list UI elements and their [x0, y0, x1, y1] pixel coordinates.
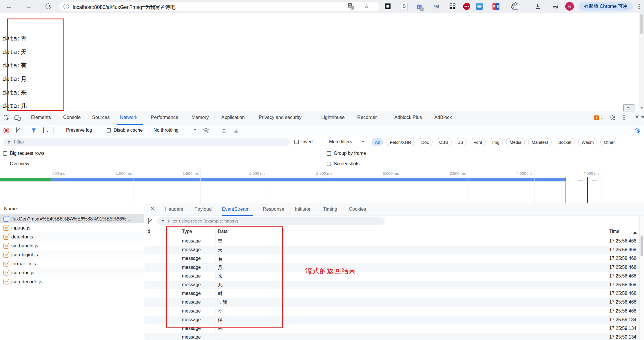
detail-tab-cookies[interactable]: Cookies — [349, 206, 366, 212]
eventstream-row[interactable]: message几17:25:58.468 — [144, 281, 644, 289]
throttling-select[interactable]: No throttling — [154, 128, 178, 133]
screenshots-checkbox[interactable] — [327, 162, 331, 166]
extensions-puzzle-icon[interactable] — [511, 2, 519, 10]
clear-network-log-icon[interactable] — [16, 128, 17, 133]
devtools-settings-gear-icon[interactable] — [610, 115, 615, 120]
eventstream-row[interactable]: message停17:25:59.134 — [144, 316, 644, 324]
type-column-header[interactable]: Type — [182, 226, 192, 237]
detail-tab-response[interactable]: Response — [263, 206, 284, 212]
more-filters-caret-icon[interactable] — [362, 141, 364, 144]
detail-tab-eventstream[interactable]: EventStream — [222, 206, 249, 212]
s-extension-icon[interactable]: S — [400, 2, 408, 10]
eventstream-regex-filter-input[interactable]: Filter using regex (example: https?) — [157, 217, 385, 225]
detail-scrollbar-thumb[interactable] — [641, 236, 643, 256]
md-extension-icon[interactable]: md — [432, 2, 440, 10]
avatar[interactable]: 灰 — [565, 2, 574, 11]
black-square-extension-icon[interactable] — [384, 2, 392, 10]
fe-extension-icon[interactable]: F E — [492, 2, 500, 10]
big-request-rows-checkbox[interactable] — [3, 151, 7, 156]
record-network-log-icon[interactable] — [3, 128, 9, 133]
scroll-down-arrow-icon[interactable] — [640, 107, 643, 110]
request-row[interactable]: fluxGen?msg=%E4%B8%BA%E6%88%91%E5%86%... — [0, 214, 144, 223]
eventstream-row[interactable]: message一17:25:59.134 — [144, 333, 644, 340]
network-conditions-icon[interactable] — [203, 127, 210, 135]
qr-extension-icon[interactable] — [448, 2, 457, 10]
page-scrollbar-thumb[interactable] — [640, 14, 643, 34]
browser-menu-kebab-icon[interactable] — [635, 2, 643, 10]
devtools-tab-performance[interactable]: Performance — [151, 115, 178, 120]
export-har-icon[interactable] — [233, 127, 239, 135]
chip-socket[interactable]: Socket — [555, 138, 575, 146]
data-column-header[interactable]: Data — [218, 226, 228, 237]
detail-scrollbar[interactable] — [639, 216, 644, 340]
eventstream-row[interactable]: message今17:25:58.468 — [144, 307, 644, 316]
page-scrollbar[interactable] — [639, 13, 644, 111]
network-overview-timeline[interactable]: 500 ms1,000 ms1,500 ms2,000 ms2,500 ms3,… — [0, 169, 644, 204]
chip-manifest[interactable]: Manifest — [528, 138, 552, 146]
id-column-header[interactable]: Id — [146, 226, 150, 237]
devtools-tab-application[interactable]: Application — [221, 115, 245, 120]
request-row[interactable]: <>json-decode.js — [0, 277, 144, 286]
devtools-tab-adblock[interactable]: AdBlock — [434, 115, 452, 120]
more-filters-button[interactable]: More filters — [329, 139, 352, 144]
eventstream-row[interactable]: message有17:25:58.468 — [144, 254, 644, 263]
inspect-element-icon[interactable] — [3, 114, 10, 122]
forward-icon[interactable]: → — [24, 2, 33, 11]
back-icon[interactable]: ← — [5, 2, 13, 11]
close-detail-icon[interactable]: × — [151, 205, 155, 212]
google-translate-extension-icon[interactable]: GA — [416, 2, 424, 10]
network-settings-gear-icon[interactable] — [634, 128, 640, 133]
eventstream-row[interactable]: message青17:25:58.468 — [144, 237, 644, 246]
devtools-tab-memory[interactable]: Memory — [191, 115, 209, 120]
throttling-caret-icon[interactable] — [194, 129, 196, 132]
detail-tab-payload[interactable]: Payload — [194, 206, 212, 212]
chip-media[interactable]: Media — [506, 138, 525, 146]
devtools-tab-sources[interactable]: Sources — [92, 115, 110, 120]
name-column-header[interactable]: Name — [0, 203, 144, 214]
card-extension-icon[interactable] — [475, 2, 484, 10]
chip-other[interactable]: Other — [600, 138, 618, 146]
clear-eventstream-icon[interactable] — [148, 218, 149, 224]
eventstream-row[interactable]: message，我17:25:58.468 — [144, 298, 644, 307]
bookmark-star-icon[interactable]: ☆ — [364, 3, 369, 10]
request-row[interactable]: <>format-lib.js — [0, 259, 144, 268]
devtools-menu-kebab-icon[interactable] — [623, 115, 625, 120]
downloads-icon[interactable] — [534, 2, 542, 10]
eventstream-row[interactable]: message杯17:25:59.134 — [144, 324, 644, 333]
request-row[interactable]: <>sm.bundle.js — [0, 241, 144, 250]
chip-js[interactable]: JS — [455, 138, 467, 146]
eventstream-row[interactable]: message时17:25:58.468 — [144, 289, 644, 298]
invert-checkbox[interactable] — [294, 140, 299, 144]
request-row[interactable]: <>detector.js — [0, 232, 144, 241]
group-by-frame-checkbox[interactable] — [327, 151, 331, 156]
chip-all[interactable]: All — [371, 138, 383, 146]
filter-funnel-icon[interactable] — [31, 128, 37, 134]
filter-input[interactable]: Filter — [3, 138, 290, 146]
chip-fetch-xhr[interactable]: Fetch/XHR — [386, 138, 415, 146]
devtools-tab-privacy-and-security[interactable]: Privacy and security — [259, 115, 302, 120]
request-row[interactable]: <>json-abc.js — [0, 268, 144, 277]
devtools-close-icon[interactable]: × — [635, 113, 639, 120]
adblock-plus-icon[interactable]: ABP — [463, 2, 471, 10]
detail-tab-initiator[interactable]: Initiator — [295, 206, 311, 212]
reload-icon[interactable] — [44, 2, 53, 11]
eventstream-row[interactable]: message来17:25:58.468 — [144, 272, 644, 281]
chip-css[interactable]: CSS — [436, 138, 452, 146]
devtools-tab-elements[interactable]: Elements — [31, 115, 51, 120]
request-row[interactable]: <>inpage.js — [0, 223, 144, 232]
issues-icon[interactable]: ! — [594, 115, 599, 120]
disable-cache-checkbox[interactable] — [107, 128, 111, 133]
device-toolbar-icon[interactable] — [14, 114, 21, 122]
search-icon[interactable] — [43, 128, 44, 133]
devtools-tab-console[interactable]: Console — [63, 115, 81, 120]
detail-tab-headers[interactable]: Headers — [165, 206, 183, 212]
address-bar[interactable]: i localhost:8080/ai/fluxGen?msg=为我写首诗吧 G… — [59, 2, 380, 11]
detail-tab-timing[interactable]: Timing — [323, 206, 337, 212]
translate-icon[interactable]: GA — [348, 3, 354, 10]
devtools-tab-network[interactable]: Network — [120, 115, 138, 120]
request-row[interactable]: <>json-bigint.js — [0, 250, 144, 259]
eventstream-row[interactable]: message月17:25:58.468 — [144, 263, 644, 272]
time-column-header[interactable]: Time — [609, 226, 619, 237]
media-playlist-icon[interactable] — [551, 2, 559, 10]
chrome-update-button[interactable]: 有新版 Chrome 可用 — [579, 2, 633, 11]
